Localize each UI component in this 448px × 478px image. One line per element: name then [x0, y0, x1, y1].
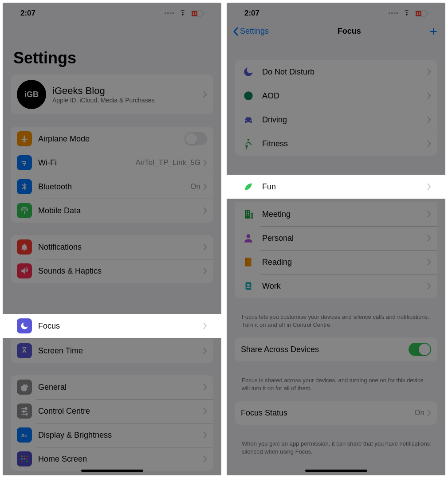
chevron-left-icon [233, 27, 238, 36]
cellular-dots-icon: •••• [388, 10, 399, 17]
add-button[interactable]: + [429, 27, 437, 36]
focus-status-row[interactable]: Focus Status On [235, 401, 437, 425]
row-label: Share Across Devices [241, 345, 409, 354]
share-footer: Focus is shared across your devices, and… [235, 374, 437, 401]
avatar: iGB [17, 80, 46, 109]
svg-point-14 [247, 284, 249, 286]
modes-footer: Focus lets you customise your devices an… [235, 310, 437, 337]
svg-rect-10 [26, 461, 28, 462]
wifi-icon [402, 9, 411, 18]
share-toggle[interactable] [409, 343, 431, 356]
focus-mode-driving[interactable]: Driving [235, 108, 437, 132]
building-icon [241, 207, 256, 222]
control-centre-row[interactable]: Control Centre [11, 399, 213, 423]
airplane-mode-row[interactable]: Airplane Mode [11, 127, 213, 151]
status-footer: When you give an app permission, it can … [235, 437, 437, 464]
focus-row[interactable]: Focus [11, 314, 213, 338]
focus-mode-personal[interactable]: Personal [235, 226, 437, 250]
speaker-icon [17, 263, 32, 278]
chevron-right-icon [203, 91, 207, 98]
chevron-right-icon [203, 407, 207, 415]
row-label: Work [262, 282, 427, 291]
focus-mode-work[interactable]: Work [235, 274, 437, 298]
wifi-row[interactable]: Wi-Fi AirTel_TP_Link_5G [11, 151, 213, 175]
chevron-right-icon [427, 259, 431, 266]
svg-rect-12 [246, 258, 247, 266]
svg-rect-4 [26, 456, 28, 457]
running-icon [241, 136, 256, 151]
row-label: Airplane Mode [38, 134, 185, 144]
bluetooth-row[interactable]: Bluetooth On [11, 175, 213, 199]
chevron-right-icon [203, 347, 207, 354]
row-label: Control Centre [38, 407, 203, 416]
airplane-icon [17, 131, 32, 146]
page-title: Settings [3, 22, 221, 74]
focus-mode-dnd[interactable]: Do Not Disturb [235, 60, 437, 84]
general-row[interactable]: General [11, 375, 213, 399]
airplane-toggle[interactable] [185, 132, 207, 145]
chevron-right-icon [203, 183, 207, 190]
svg-rect-3 [24, 456, 25, 457]
chevron-right-icon [427, 183, 431, 190]
phone-focus: 2:07 •••• 19 Settings Focus + Do Not Dis… [227, 3, 445, 475]
svg-rect-9 [24, 461, 25, 462]
svg-rect-8 [21, 461, 23, 462]
focus-mode-fun[interactable]: Fun [235, 175, 437, 199]
row-label: Notifications [38, 243, 203, 252]
display-row[interactable]: AA Display & Brightness [11, 423, 213, 447]
focus-row-highlight: Focus [3, 314, 221, 338]
sliders-icon [17, 404, 32, 419]
chevron-right-icon [203, 322, 207, 329]
focus-mode-meeting[interactable]: Meeting [235, 202, 437, 226]
wifi-icon [178, 9, 187, 18]
below-highlight-right: Meeting Personal Reading Work Focus lets… [235, 202, 437, 464]
chevron-right-icon [203, 455, 207, 462]
battery-icon: 19 [191, 11, 204, 16]
gear-icon [17, 380, 32, 395]
fun-row-highlight: Fun [227, 175, 445, 199]
svg-rect-15 [247, 287, 251, 288]
cellular-dots-icon: •••• [164, 10, 175, 17]
battery-icon: 19 [415, 11, 428, 16]
home-indicator[interactable] [305, 470, 367, 472]
svg-point-11 [244, 91, 253, 100]
status-bar: 2:07 •••• 19 [227, 3, 445, 22]
row-label: Home Screen [38, 454, 203, 464]
chevron-right-icon [427, 92, 431, 99]
apple-id-row[interactable]: iGB iGeeks Blog Apple ID, iCloud, Media … [11, 74, 213, 114]
notifications-row[interactable]: Notifications [11, 235, 213, 259]
row-label: Fun [262, 182, 427, 192]
chevron-right-icon [427, 116, 431, 123]
antenna-icon [17, 203, 32, 218]
focus-mode-reading[interactable]: Reading [235, 250, 437, 274]
row-label: Reading [262, 258, 427, 267]
bluetooth-value: On [190, 182, 200, 191]
mobile-data-row[interactable]: Mobile Data [11, 199, 213, 223]
chevron-right-icon [203, 431, 207, 439]
nav-title: Focus [338, 27, 361, 36]
profile-subtitle: Apple ID, iCloud, Media & Purchases [52, 97, 203, 104]
wifi-value: AirTel_TP_Link_5G [136, 158, 200, 167]
chevron-right-icon [203, 243, 207, 251]
moon-icon [241, 64, 256, 79]
phone-settings: 2:07 •••• 19 Settings iGB iGeeks Blog Ap… [3, 3, 221, 475]
row-label: Bluetooth [38, 182, 190, 192]
text-size-icon: AA [17, 427, 32, 443]
chevron-right-icon [203, 159, 207, 166]
home-indicator[interactable] [81, 470, 143, 472]
sounds-row[interactable]: Sounds & Haptics [11, 259, 213, 283]
row-label: AOD [262, 91, 427, 101]
row-label: Focus [38, 321, 203, 331]
chevron-right-icon [203, 207, 207, 214]
home-screen-row[interactable]: Home Screen [11, 447, 213, 471]
svg-rect-2 [21, 456, 23, 457]
moon-icon [17, 318, 32, 333]
screen-time-row[interactable]: Screen Time [11, 339, 213, 363]
focus-status-value: On [414, 408, 424, 417]
back-button[interactable]: Settings [233, 27, 269, 36]
car-icon [241, 112, 256, 127]
svg-text:A: A [24, 434, 27, 438]
focus-mode-aod[interactable]: AOD [235, 84, 437, 108]
focus-mode-fitness[interactable]: Fitness [235, 132, 437, 156]
share-across-devices-row[interactable]: Share Across Devices [235, 337, 437, 361]
